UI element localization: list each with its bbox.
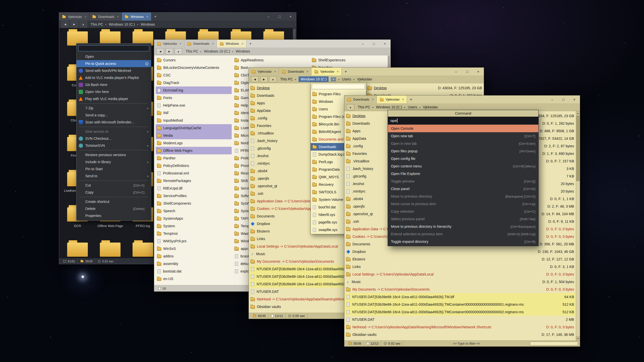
breadcrumb-item[interactable]: Windows 10 (C:) [376,105,402,109]
file-row[interactable]: DiagTrack [156,79,232,86]
filter-input[interactable] [530,342,578,345]
breadcrumb-item[interactable]: ▸ [404,106,406,109]
context-menu-item[interactable]: Open Vim here [76,88,151,95]
file-row[interactable]: LanguageOverlayCache [156,124,232,132]
breadcrumb-item[interactable]: ▾ [331,77,336,81]
dropdown-filter-input[interactable] [312,84,365,89]
context-menu-item[interactable]: SVN Checkout... [76,135,151,142]
context-menu-item[interactable]: TortoiseSVN [76,142,151,149]
command-item[interactable]: Open files popup [Alt+Down] [388,147,538,155]
context-menu-item[interactable]: Copy [Ctrl+C] [76,189,151,196]
titlebar[interactable]: Downloads × Vjekoslav × + – □ × [344,96,580,103]
file-row[interactable]: RtlExUpd.dll [156,185,232,192]
context-menu-item[interactable]: Include in library [76,158,151,165]
file-row[interactable]: INF [156,109,232,117]
command-item[interactable]: Open new tab [Ctrl+T] [388,132,538,140]
context-menu-item[interactable]: Send to [76,172,151,179]
file-row[interactable]: Local Settings -> C:\Users\Vjekoslav\App… [344,270,576,278]
tab[interactable]: Vjekoslav × [377,96,407,103]
maximize-button[interactable]: □ [462,68,473,75]
tab[interactable]: Vjekoslav × [249,68,279,75]
close-button[interactable]: × [379,40,390,48]
breadcrumb-item[interactable]: Users [408,105,417,109]
tab[interactable]: Downloads × [344,96,377,103]
file-row[interactable]: Obsidian vaults D: 17, F: 149, 38 MB [344,331,576,338]
file-row[interactable]: WinSxS [156,245,232,252]
file-row[interactable]: Eksterni D: 12, F: 127, 12 GB [344,255,576,263]
file-row[interactable]: Music D: 0, F: 1, 504 bytes [344,278,576,286]
file-row[interactable]: TempInst [156,230,232,237]
tab[interactable]: Windows × [122,13,151,21]
file-row[interactable]: Media [156,132,232,139]
context-menu-item[interactable]: Delete [Delete] [76,205,151,212]
command-item[interactable]: Toggle preview [Ctrl+Q] [388,177,538,185]
context-menu-item[interactable]: Create shortcut [76,198,151,205]
file-row[interactable]: en-US [156,275,232,283]
command-item[interactable]: Extend selection to previous item [Shift… [388,230,538,238]
up-button[interactable]: ▲ [175,48,182,54]
minimize-button[interactable]: – [451,68,462,75]
breadcrumb-item[interactable]: ▸ [295,78,296,81]
breadcrumb-item[interactable]: ▸ [373,106,374,109]
scrollbar-thumb[interactable] [576,116,580,181]
breadcrumb-item[interactable]: This PC [358,105,370,109]
command-item[interactable]: Open File Explorer [388,170,538,177]
context-menu-edit-field[interactable] [78,45,149,51]
file-row[interactable]: Offline Web Pages [156,147,232,154]
close-button[interactable]: × [569,96,580,103]
titlebar[interactable]: Vjekoslav × Downloads × Windows × + – □ … [154,40,390,48]
context-menu-item[interactable] [79,150,148,150]
new-tab-button[interactable]: + [342,68,350,75]
context-menu-item[interactable]: 7-Zip [76,105,151,112]
maximize-button[interactable]: □ [558,96,569,103]
command-item[interactable]: Close panel [Ctrl+W] [388,185,538,193]
file-row[interactable]: ModemLogs [156,139,232,147]
command-item[interactable]: Select previous panel [Shift+Tab] [388,215,538,223]
scroll-up-button[interactable]: ▲ [576,111,580,115]
tab-close-icon[interactable]: × [146,15,148,19]
tab-close-icon[interactable]: × [372,98,374,101]
maximize-button[interactable]: □ [274,13,285,21]
breadcrumb-item[interactable]: ▸ [353,78,355,81]
breadcrumb-item[interactable]: ▸ [419,106,421,109]
back-button[interactable]: ◀ [61,21,69,27]
breadcrumb-item[interactable]: Windows [236,49,250,53]
breadcrumb-item[interactable]: ▸ [105,23,107,26]
tab-close-icon[interactable]: × [212,42,214,46]
context-menu-item[interactable]: Pin to Start [76,165,151,172]
up-button[interactable]: ▲ [347,104,354,110]
folder-tile[interactable] [94,239,127,258]
file-row[interactable]: HelpPane.exe [156,102,232,109]
file-row[interactable]: bootstat.dat [156,267,232,275]
file-row[interactable]: Desktop D: 43034, F: 125185, 23 GB [366,84,484,92]
file-row[interactable]: BitLockerDiscoveryVolumeContents [156,64,232,71]
context-menu-item[interactable]: Send a copy... [76,112,151,119]
context-menu-item[interactable] [79,103,148,104]
command-item[interactable]: Open config file [388,155,538,162]
file-row[interactable]: Panther [156,154,232,162]
file-row[interactable]: SystemApps [156,215,232,222]
command-item[interactable]: Toggle expand directory [Ctrl+B] [388,238,538,245]
breadcrumb-item[interactable]: ▸ [200,50,202,53]
command-input[interactable]: ope [388,117,538,124]
new-tab-button[interactable]: + [407,96,415,103]
titlebar[interactable]: Vjekoslav × Downloads × Windows × + – □ … [59,13,296,21]
command-item[interactable]: Open Console [388,125,538,132]
file-row[interactable]: System [156,222,232,230]
breadcrumb-item[interactable]: Windows 10 (C:) [109,22,135,26]
file-row[interactable]: NTUSER.DAT{53b39e88-18c4-11ea-a811-000d3… [344,308,576,316]
file-row[interactable]: Cursors [156,56,232,64]
breadcrumb-item[interactable]: Users [342,77,351,81]
file-row[interactable]: Professional.xml [156,169,232,177]
command-item[interactable]: Copy selection [Ctrl+C] [388,208,538,215]
command-item[interactable]: Move to previous directory in hierarchy … [388,223,538,230]
file-row[interactable]: ShellExperiences [311,56,387,64]
breadcrumb-item[interactable]: Windows 10 (C:) [204,49,230,53]
minimize-button[interactable]: – [357,40,368,48]
breadcrumb-item[interactable]: ▸ [137,23,138,26]
tab[interactable]: Vjekoslav × [154,40,184,48]
context-menu-item[interactable] [79,197,148,197]
minimize-button[interactable]: – [263,13,274,21]
file-row[interactable]: Speech [156,207,232,215]
context-menu-item[interactable]: Add to VLC media player's Playlist [76,74,151,81]
